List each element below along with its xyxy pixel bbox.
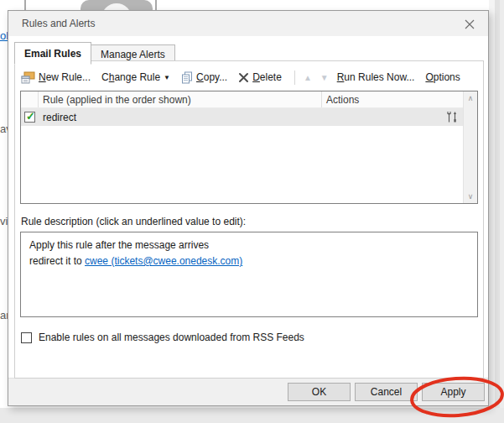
rules-list-header: Rule (applied in the order shown) Action… — [21, 91, 463, 108]
ok-button[interactable]: OK — [288, 383, 351, 401]
header-rule-column[interactable]: Rule (applied in the order shown) — [38, 91, 321, 107]
description-line-2: redirect it to cwee (tickets@cwee.onedes… — [29, 253, 469, 269]
toolbar-separator — [294, 70, 295, 85]
new-rule-label: New Rule... — [39, 71, 91, 83]
tab-email-rules[interactable]: Email Rules — [14, 42, 91, 65]
delete-label: Delete — [252, 71, 282, 83]
background-text-fragment: vi — [0, 215, 8, 227]
redirect-target-link[interactable]: cwee (tickets@cwee.onedesk.com) — [85, 255, 242, 267]
delete-x-icon — [238, 72, 249, 83]
copy-button[interactable]: Copy... — [181, 71, 227, 84]
move-up-icon: ▲ — [304, 73, 312, 82]
background-right-panel — [489, 0, 504, 423]
delete-button[interactable]: Delete — [238, 71, 282, 83]
options-label: Options — [425, 71, 460, 83]
rule-description-box: Apply this rule after the message arrive… — [20, 232, 478, 317]
description-line-1: Apply this rule after the message arrive… — [29, 238, 469, 253]
checkmark-icon: ✓ — [26, 110, 35, 123]
rule-name: redirect — [43, 112, 76, 123]
cancel-button[interactable]: Cancel — [355, 383, 418, 401]
rule-enabled-checkbox[interactable]: ✓ — [24, 112, 35, 123]
change-rule-button[interactable]: Change Rule ▼ — [101, 71, 170, 83]
rss-option-row: Enable rules on all messages downloaded … — [21, 332, 478, 343]
dialog-title: Rules and Alerts — [22, 18, 95, 29]
rss-feeds-checkbox[interactable] — [21, 332, 32, 343]
change-rule-label: Change Rule — [101, 71, 160, 83]
scroll-up-icon[interactable]: ∧ — [464, 94, 477, 102]
rules-and-alerts-dialog: Rules and Alerts Email Rules Manage Aler… — [8, 10, 489, 406]
email-rules-panel: New Rule... Change Rule ▼ Copy... — [14, 60, 484, 379]
rule-actions-tools-icon — [446, 111, 458, 126]
header-actions-column[interactable]: Actions — [321, 91, 463, 107]
scroll-down-icon[interactable]: ∨ — [464, 192, 477, 201]
move-up-button[interactable]: ▲ — [304, 73, 312, 82]
rules-toolbar: New Rule... Change Rule ▼ Copy... — [21, 69, 483, 86]
move-down-button[interactable]: ▼ — [320, 73, 329, 82]
rule-description-label: Rule description (click an underlined va… — [21, 216, 478, 227]
apply-button[interactable]: Apply — [422, 383, 485, 401]
rss-feeds-label: Enable rules on all messages downloaded … — [39, 332, 304, 343]
chevron-down-icon: ▼ — [164, 74, 170, 81]
close-icon — [465, 19, 475, 29]
options-button[interactable]: Options — [425, 71, 460, 83]
rules-list: Rule (applied in the order shown) Action… — [20, 91, 478, 204]
dialog-titlebar[interactable]: Rules and Alerts — [8, 11, 488, 36]
background-bottom-area — [0, 408, 504, 423]
screenshot-root: { "background": { "fragments": { "f0": "… — [0, 0, 504, 423]
run-rules-now-button[interactable]: Run Rules Now... — [337, 71, 415, 83]
rule-row-redirect[interactable]: ✓ redirect — [21, 108, 463, 126]
close-button[interactable] — [463, 18, 476, 31]
run-rules-now-label: Run Rules Now... — [337, 71, 415, 83]
header-checkbox-column — [21, 91, 38, 107]
dialog-footer: OK Cancel Apply — [8, 378, 488, 405]
footer-buttons: OK Cancel Apply — [283, 383, 485, 401]
new-rule-button[interactable]: New Rule... — [21, 71, 91, 84]
copy-icon — [181, 71, 193, 84]
copy-label: Copy... — [196, 71, 227, 83]
new-rule-icon — [21, 71, 35, 84]
rules-list-scrollbar[interactable]: ∧ ∨ — [463, 91, 477, 203]
move-down-icon: ▼ — [320, 73, 329, 82]
